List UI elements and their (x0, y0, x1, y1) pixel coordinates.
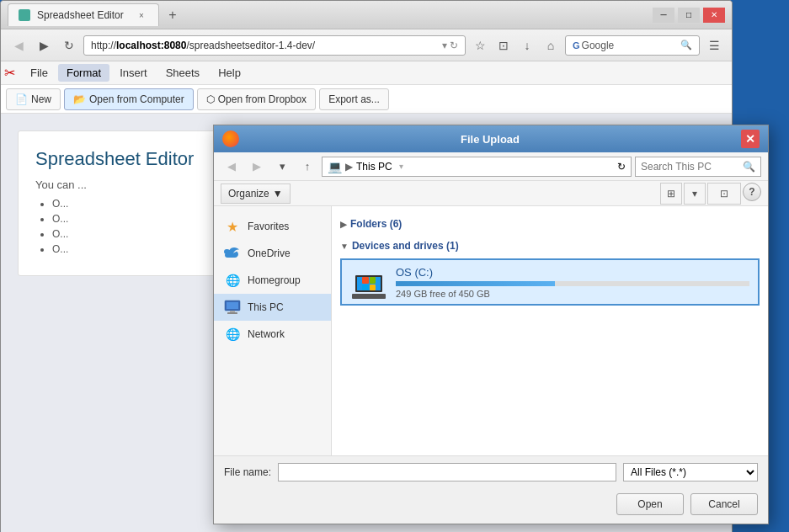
menu-insert[interactable]: Insert (111, 64, 156, 82)
network-label: Network (248, 328, 285, 340)
dialog-search-bar[interactable]: 🔍 (635, 157, 761, 177)
dialog-organize-bar: Organize ▼ ⊞ ▾ ⊡ ? (214, 181, 768, 206)
dialog-search-input[interactable] (641, 161, 743, 173)
drive-space: 249 GB free of 450 GB (396, 289, 749, 299)
dialog-search-icon: 🔍 (743, 161, 755, 173)
drive-bar-container (396, 281, 749, 286)
tab-close-btn[interactable]: × (135, 8, 148, 22)
menu-sheets[interactable]: Sheets (157, 64, 208, 82)
svg-rect-2 (230, 311, 235, 312)
organize-dropdown-icon: ▼ (273, 188, 283, 200)
organize-button[interactable]: Organize ▼ (221, 184, 291, 204)
firefox-icon (222, 130, 239, 147)
dialog-forward-button[interactable]: ▶ (246, 156, 268, 178)
minimize-button[interactable]: ─ (653, 8, 674, 23)
svg-rect-3 (227, 312, 237, 314)
drive-info: OS (C:) 249 GB free of 450 GB (396, 266, 749, 299)
address-text: http://localhost:8080/spreadsheetseditor… (91, 40, 315, 51)
dialog-open-button[interactable]: Open (616, 493, 684, 515)
forward-button[interactable]: ▶ (33, 35, 55, 56)
toolbar-icons: ☆ ⊡ ↓ ⌂ (469, 35, 562, 56)
dialog-up-button[interactable]: ↑ (296, 156, 318, 178)
refresh-button[interactable]: ↻ (58, 35, 80, 56)
dialog-titlebar: File Upload ✕ (214, 125, 768, 152)
view-grid-button[interactable]: ⊞ (660, 183, 682, 205)
view-dropdown-button[interactable]: ▾ (684, 183, 706, 205)
devices-section-header[interactable]: ▼ Devices and drives (1) (340, 237, 760, 255)
folders-header-label: Folders (6) (350, 218, 402, 230)
maximize-button[interactable]: □ (678, 8, 700, 23)
new-tab-button[interactable]: + (163, 5, 183, 25)
homegroup-icon: 🌐 (224, 272, 241, 289)
folder-icon: 📂 (73, 93, 86, 105)
windows-logo (362, 277, 376, 290)
path-arrow: ▶ (345, 161, 353, 173)
close-button[interactable]: ✕ (703, 8, 725, 23)
browser-titlebar: Spreadsheet Editor × + ─ □ ✕ (1, 1, 732, 29)
open-computer-label: Open from Computer (89, 93, 184, 105)
bookmark-icon[interactable]: ☆ (469, 35, 491, 56)
path-icon: 💻 (328, 160, 342, 173)
menu-help[interactable]: Help (210, 64, 249, 82)
sync-icon[interactable]: ⊡ (493, 35, 514, 56)
win-logo-q2 (370, 277, 376, 284)
devices-expand-icon: ▼ (340, 242, 349, 251)
export-button[interactable]: Export as... (319, 88, 389, 110)
filetype-select[interactable]: All Files (*.*) (623, 463, 758, 481)
menu-file[interactable]: File (22, 64, 56, 82)
nav-network[interactable]: 🌐 Network (214, 321, 331, 348)
drive-c-item[interactable]: OS (C:) 249 GB free of 450 GB (340, 258, 760, 306)
search-placeholder: Google (582, 40, 615, 51)
folders-expand-icon: ▶ (340, 220, 347, 229)
nav-favorites[interactable]: ★ Favorites (214, 213, 331, 240)
folders-section-header[interactable]: ▶ Folders (6) (340, 215, 760, 233)
browser-tab[interactable]: Spreadsheet Editor × (8, 3, 159, 26)
menu-format[interactable]: Format (58, 64, 109, 82)
tab-favicon (19, 9, 30, 21)
favorites-label: Favorites (248, 221, 289, 232)
path-refresh-icon[interactable]: ↻ (617, 161, 626, 173)
help-button[interactable]: ? (743, 183, 761, 201)
open-computer-button[interactable]: 📂 Open from Computer (64, 88, 194, 110)
filename-label: File name: (224, 466, 271, 478)
favorites-icon: ★ (224, 218, 241, 235)
path-current: This PC (356, 161, 392, 173)
export-label: Export as... (328, 93, 380, 105)
dialog-back-button[interactable]: ◀ (221, 156, 243, 178)
drive-screen (355, 275, 382, 292)
nav-homegroup[interactable]: 🌐 Homegroup (214, 267, 331, 294)
path-dropdown[interactable]: ▾ (399, 162, 403, 171)
win-logo-q4 (370, 285, 376, 291)
dialog-action-buttons: Open Cancel (214, 488, 768, 524)
organize-label: Organize (228, 188, 269, 200)
view-buttons: ⊞ ▾ ⊡ ? (660, 183, 761, 205)
back-button[interactable]: ◀ (8, 35, 29, 56)
download-icon[interactable]: ↓ (516, 35, 538, 56)
dialog-body: ★ Favorites OneDrive 🌐 Homegroup (214, 206, 768, 455)
file-upload-dialog: File Upload ✕ ◀ ▶ ▾ ↑ 💻 ▶ This PC ▾ ↻ 🔍 … (213, 125, 769, 524)
svg-rect-1 (227, 302, 238, 309)
drive-name: OS (C:) (396, 266, 749, 279)
win-logo-q1 (362, 277, 369, 284)
app-menubar: ✂ File Format Insert Sheets Help (1, 61, 732, 85)
address-bar[interactable]: http://localhost:8080/spreadsheetseditor… (83, 35, 466, 56)
nav-onedrive[interactable]: OneDrive (214, 240, 331, 267)
view-split-button[interactable]: ⊡ (707, 183, 741, 205)
homegroup-label: Homegroup (248, 274, 301, 286)
devices-header-label: Devices and drives (1) (352, 240, 459, 252)
filename-input[interactable] (278, 463, 616, 481)
address-host: localhost:8080 (116, 40, 186, 51)
nav-thispc[interactable]: This PC (214, 294, 331, 321)
open-dropbox-button[interactable]: ⬡ Open from Dropbox (197, 88, 316, 110)
address-arrows: ▾ ↻ (442, 40, 458, 51)
menu-button[interactable]: ☰ (703, 35, 725, 56)
search-bar[interactable]: G Google 🔍 (565, 35, 700, 56)
network-icon: 🌐 (224, 326, 241, 343)
dialog-path-bar[interactable]: 💻 ▶ This PC ▾ ↻ (322, 157, 632, 177)
dialog-close-button[interactable]: ✕ (741, 130, 760, 148)
dialog-cancel-button[interactable]: Cancel (690, 493, 758, 515)
dialog-dropdown-button[interactable]: ▾ (271, 156, 293, 178)
drive-base (352, 294, 386, 299)
home-icon[interactable]: ⌂ (540, 35, 562, 56)
new-button[interactable]: 📄 New (6, 88, 61, 110)
